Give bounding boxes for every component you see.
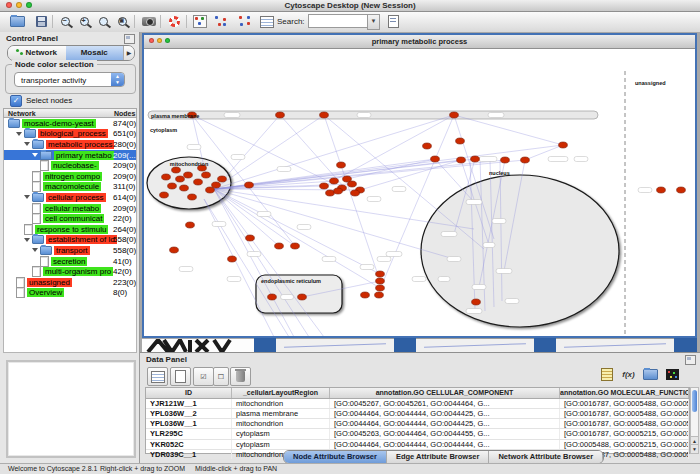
tree-row[interactable]: Overview8(0)	[4, 288, 136, 299]
network-node[interactable]	[176, 176, 185, 182]
tree-item-label[interactable]: nitrogen compo	[43, 172, 102, 181]
table-row[interactable]: YPL036W__2plasma membrane[GO:0044464, GO…	[146, 409, 689, 419]
matrix-icon[interactable]	[664, 367, 681, 382]
tree-row[interactable]: response to stimulu264(0)	[4, 224, 136, 235]
table-scrollbar[interactable]: ▲ ▼	[690, 387, 699, 454]
network-node[interactable]	[202, 172, 211, 178]
network-node[interactable]	[320, 112, 329, 118]
table-cell[interactable]: YPL036W__2	[146, 409, 232, 418]
network-edge[interactable]	[280, 115, 344, 187]
network-node[interactable]	[275, 243, 284, 249]
table-cell[interactable]: [GO:0045263, GO:0044464, GO:0044455, G..…	[330, 429, 560, 438]
search-options-icon[interactable]	[384, 14, 402, 29]
network-node[interactable]	[330, 178, 339, 184]
disclosure-triangle-icon[interactable]	[24, 238, 30, 242]
network-node[interactable]	[180, 185, 189, 191]
tree-row[interactable]: nitrogen compo209(0)	[4, 171, 136, 182]
tree-item-label[interactable]: multi-organism pro	[43, 267, 113, 276]
snapshot-icon[interactable]	[140, 14, 158, 29]
network-node[interactable]	[423, 143, 432, 149]
table-cell[interactable]: [GO:0044464, GO:0044444, GO:0044425, G..…	[330, 419, 560, 428]
network-edge[interactable]	[204, 199, 289, 336]
tree-item-label[interactable]: unassigned	[27, 278, 72, 287]
unselect-attributes-icon[interactable]: ☐	[213, 367, 229, 386]
network-edge[interactable]	[214, 189, 380, 288]
network-node[interactable]	[170, 247, 179, 253]
network-edge[interactable]	[204, 199, 274, 336]
network-edge[interactable]	[214, 189, 294, 336]
table-row[interactable]: YPL036W__1mitochondrion[GO:0044464, GO:0…	[146, 419, 689, 429]
tree-item-label[interactable]: cellular metabo	[43, 204, 101, 213]
node-color-dropdown[interactable]: transporter activity ▲▼	[14, 72, 125, 87]
network-edge[interactable]	[214, 189, 324, 336]
tree-item-label[interactable]: establishment of lo	[46, 235, 117, 244]
table-cell[interactable]: mitochondrion	[232, 419, 330, 428]
select-attributes-icon[interactable]: ☑	[193, 367, 214, 386]
network-node[interactable]	[194, 179, 203, 185]
disclosure-triangle-icon[interactable]	[16, 132, 22, 136]
table-cell[interactable]: [GO:0016787, GO:0005488, GO:0005215, G..…	[560, 419, 689, 428]
zoom-out-icon[interactable]: −	[56, 14, 74, 29]
network-node[interactable]	[456, 138, 465, 144]
network-node[interactable]	[337, 162, 346, 168]
tree-row[interactable]: cell communicat22(0)	[4, 213, 136, 224]
tree-row[interactable]: multi-organism pro42(0)	[4, 266, 136, 277]
tree-row[interactable]: secretion41(0)	[4, 256, 136, 267]
network-node[interactable]	[501, 157, 510, 163]
network-node[interactable]	[268, 294, 277, 300]
network-node[interactable]	[376, 285, 385, 291]
tab-scroll-right-icon[interactable]: ▶	[123, 46, 134, 60]
attribute-table[interactable]: ID_cellularLayoutRegionannotation.GO CEL…	[145, 387, 690, 454]
network-edge[interactable]	[224, 115, 280, 179]
birdseye-view[interactable]	[6, 360, 136, 458]
network-node[interactable]	[376, 278, 385, 284]
tree-row[interactable]: transport558(0)	[4, 245, 136, 256]
network-node[interactable]	[212, 182, 221, 188]
tree-item-label[interactable]: biological_process	[38, 129, 108, 138]
tree-item-label[interactable]: metabolic process	[46, 140, 114, 149]
network-edge[interactable]	[324, 115, 454, 186]
column-header[interactable]: annotation.GO MOLECULAR_FUNCTION	[560, 388, 689, 398]
function-builder-icon[interactable]: f(x)	[620, 367, 637, 382]
tree-row[interactable]: establishment of lo558(0)	[4, 235, 136, 246]
network-node[interactable]	[162, 174, 171, 180]
column-header[interactable]: _cellularLayoutRegion	[232, 388, 330, 398]
tree-row[interactable]: metabolic process280(0)	[4, 139, 136, 150]
network-node[interactable]	[431, 156, 440, 162]
network-node[interactable]	[375, 292, 384, 298]
table-cell[interactable]: YJR121W__1	[146, 399, 232, 408]
network-node[interactable]	[559, 142, 568, 148]
tree-row[interactable]: biological_process651(0)	[4, 129, 136, 140]
network-window-titlebar[interactable]: primary metabolic process	[144, 35, 695, 49]
network-node[interactable]	[246, 235, 255, 241]
network-node[interactable]	[160, 192, 169, 198]
table-cell[interactable]: mitochondrion	[232, 399, 330, 408]
search-dropdown-icon[interactable]: ▼	[367, 14, 380, 30]
table-cell[interactable]: YPL036W__1	[146, 419, 232, 428]
network-node[interactable]	[677, 187, 686, 193]
table-cell[interactable]: [GO:0016787, GO:0005488, GO:0005215, G..…	[560, 399, 689, 408]
table-cell[interactable]: [GO:0016787, GO:0005215, GO:0003824, G..…	[560, 429, 689, 438]
table-cell[interactable]: YKR052C	[146, 440, 232, 449]
help-icon[interactable]	[165, 14, 183, 29]
table-cell[interactable]: [GO:0016787, GO:0005488, GO:0005215, G..…	[560, 409, 689, 418]
network-node[interactable]	[343, 176, 352, 182]
network-canvas[interactable]: plasma membrane cytoplasm mitochondrion …	[144, 49, 695, 336]
tree-row[interactable]: primary metabo209(...	[4, 150, 136, 161]
network-node[interactable]	[186, 222, 195, 228]
zoom-fit-icon[interactable]: ▣	[113, 14, 131, 29]
open-icon[interactable]	[8, 14, 26, 29]
table-row[interactable]: YLR295Ccytoplasm[GO:0045263, GO:0044464,…	[146, 429, 689, 439]
column-header[interactable]: annotation.GO CELLULAR_COMPONENT	[330, 388, 560, 398]
zoom-in-icon[interactable]: +	[75, 14, 93, 29]
tree-row[interactable]: mosaic-demo-yeast874(0)	[4, 118, 136, 129]
column-header[interactable]: ID	[146, 388, 232, 398]
network-node[interactable]	[351, 190, 360, 196]
tree-item-label[interactable]: response to stimulu	[35, 225, 108, 234]
network-node[interactable]	[326, 190, 335, 196]
zoom-selected-icon[interactable]	[94, 14, 112, 29]
attribute-list-icon[interactable]	[147, 367, 168, 386]
table-row[interactable]: YJR121W__1mitochondrion[GO:0045267, GO:0…	[146, 399, 689, 409]
network-node[interactable]	[172, 167, 181, 173]
network-node[interactable]	[361, 292, 370, 298]
